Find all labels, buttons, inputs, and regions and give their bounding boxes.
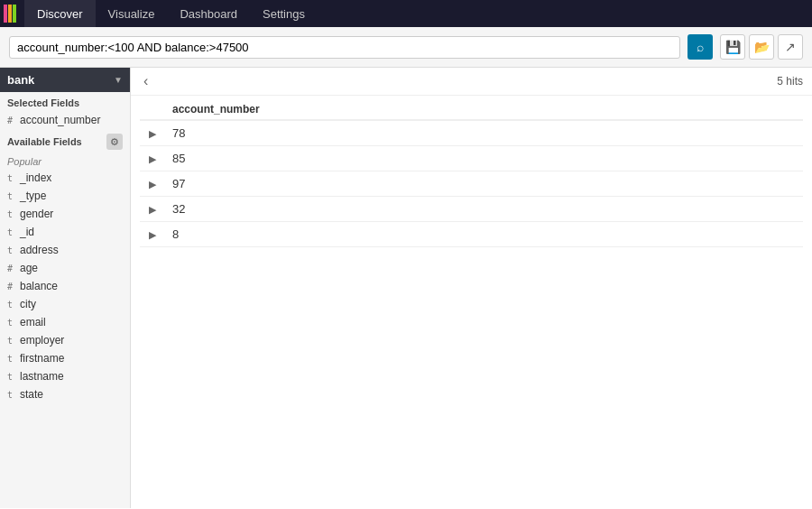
field-type-icon: t <box>7 300 16 310</box>
search-input-wrap[interactable] <box>9 36 680 59</box>
selected-field-account-number[interactable]: # account_number <box>0 111 130 129</box>
field-type-icon: t <box>7 245 16 255</box>
field-type-icon: t <box>7 336 16 346</box>
collapse-sidebar-button[interactable]: ‹ <box>140 71 152 91</box>
logo-bar-1 <box>4 5 7 23</box>
index-label: bank <box>7 73 34 87</box>
table-row: ▶ 8 <box>140 222 803 247</box>
field-type-icon: t <box>7 318 16 328</box>
table-row: ▶ 97 <box>140 171 803 197</box>
popular-section-title: Popular <box>0 153 130 169</box>
field-name: gender <box>20 208 53 220</box>
account-number-cell: 85 <box>167 146 803 171</box>
account-number-cell: 97 <box>167 171 803 197</box>
logo <box>4 5 17 23</box>
results-table: account_number ▶ 78 ▶ 85 ▶ 97 ▶ 32 <box>140 96 803 247</box>
gear-icon: ⚙ <box>110 136 119 148</box>
field-item-employer[interactable]: t employer <box>0 331 130 349</box>
field-name: state <box>20 388 43 401</box>
fields-gear-button[interactable]: ⚙ <box>106 134 123 150</box>
sidebar: bank ▼ Selected Fields # account_number … <box>0 68 131 508</box>
open-button[interactable]: 📂 <box>749 34 774 60</box>
content-area: ‹ 5 hits account_number ▶ 78 ▶ 85 <box>131 68 812 508</box>
field-type-icon: # <box>7 116 16 125</box>
search-icon: ⌕ <box>697 40 704 54</box>
results-table-area: account_number ▶ 78 ▶ 85 ▶ 97 ▶ 32 <box>131 96 812 508</box>
save-icon: 💾 <box>725 40 741 54</box>
expand-column-header <box>140 96 167 120</box>
field-name: age <box>20 262 38 274</box>
expand-row-button[interactable]: ▶ <box>145 179 160 190</box>
share-button[interactable]: ↗ <box>778 34 803 60</box>
field-type-icon: t <box>7 372 16 382</box>
top-navigation: Discover Visualize Dashboard Settings <box>0 0 812 27</box>
field-item-balance[interactable]: # balance <box>0 277 130 295</box>
field-name: employer <box>20 334 64 347</box>
nav-tab-discover[interactable]: Discover <box>24 0 96 27</box>
share-icon: ↗ <box>785 40 796 54</box>
selected-fields-title: Selected Fields <box>0 92 130 111</box>
field-type-icon: t <box>7 390 16 400</box>
field-type-icon: # <box>7 264 16 273</box>
field-name: _type <box>20 190 46 202</box>
nav-tab-settings[interactable]: Settings <box>250 0 318 27</box>
expand-row-button[interactable]: ▶ <box>145 229 160 241</box>
search-button[interactable]: ⌕ <box>687 34 713 60</box>
field-type-icon: t <box>7 227 16 237</box>
logo-bar-3 <box>13 5 16 23</box>
account-number-column-header: account_number <box>167 96 803 120</box>
account-number-cell: 8 <box>167 222 803 247</box>
field-item-firstname[interactable]: t firstname <box>0 349 130 367</box>
field-item-type[interactable]: t _type <box>0 187 130 205</box>
field-name: _id <box>20 226 34 238</box>
field-type-icon: t <box>7 173 16 183</box>
field-name: lastname <box>20 370 64 383</box>
logo-bar-2 <box>8 5 12 23</box>
open-icon: 📂 <box>754 40 770 54</box>
main-layout: bank ▼ Selected Fields # account_number … <box>0 68 812 508</box>
field-item-state[interactable]: t state <box>0 385 130 403</box>
field-item-address[interactable]: t address <box>0 241 130 259</box>
search-input[interactable] <box>17 41 672 54</box>
save-button[interactable]: 💾 <box>720 34 745 60</box>
field-name: balance <box>20 280 58 292</box>
table-row: ▶ 85 <box>140 146 803 171</box>
expand-row-button[interactable]: ▶ <box>145 204 160 216</box>
nav-tab-dashboard[interactable]: Dashboard <box>167 0 250 27</box>
account-number-cell: 32 <box>167 197 803 222</box>
field-item-index[interactable]: t _index <box>0 169 130 187</box>
sidebar-dropdown-icon: ▼ <box>114 75 123 85</box>
field-name: _index <box>20 171 51 184</box>
field-name: address <box>20 244 59 256</box>
hits-count: 5 hits <box>777 75 803 88</box>
field-item-id[interactable]: t _id <box>0 223 130 241</box>
field-item-city[interactable]: t city <box>0 295 130 313</box>
expand-row-button[interactable]: ▶ <box>145 153 160 165</box>
field-type-icon: # <box>7 282 16 292</box>
field-type-icon: t <box>7 209 16 219</box>
field-item-gender[interactable]: t gender <box>0 205 130 223</box>
table-row: ▶ 32 <box>140 197 803 222</box>
field-item-age[interactable]: # age <box>0 259 130 277</box>
nav-tab-visualize[interactable]: Visualize <box>96 0 168 27</box>
available-fields-title: Available Fields <box>7 136 82 147</box>
search-bar: ⌕ 💾 📂 ↗ <box>0 27 812 68</box>
field-name: firstname <box>20 352 64 365</box>
available-fields-header: Available Fields ⚙ <box>0 129 130 153</box>
field-type-icon: t <box>7 191 16 201</box>
field-name: city <box>20 298 36 310</box>
field-type-icon: t <box>7 354 16 364</box>
table-row: ▶ 78 <box>140 120 803 146</box>
field-name: email <box>20 316 46 329</box>
field-name: account_number <box>20 114 100 126</box>
action-buttons: 💾 📂 ↗ <box>720 34 803 60</box>
field-item-email[interactable]: t email <box>0 313 130 331</box>
content-top-bar: ‹ 5 hits <box>131 68 812 96</box>
field-item-lastname[interactable]: t lastname <box>0 367 130 385</box>
sidebar-index-header[interactable]: bank ▼ <box>0 68 130 92</box>
account-number-cell: 78 <box>167 120 803 146</box>
expand-row-button[interactable]: ▶ <box>145 128 160 140</box>
